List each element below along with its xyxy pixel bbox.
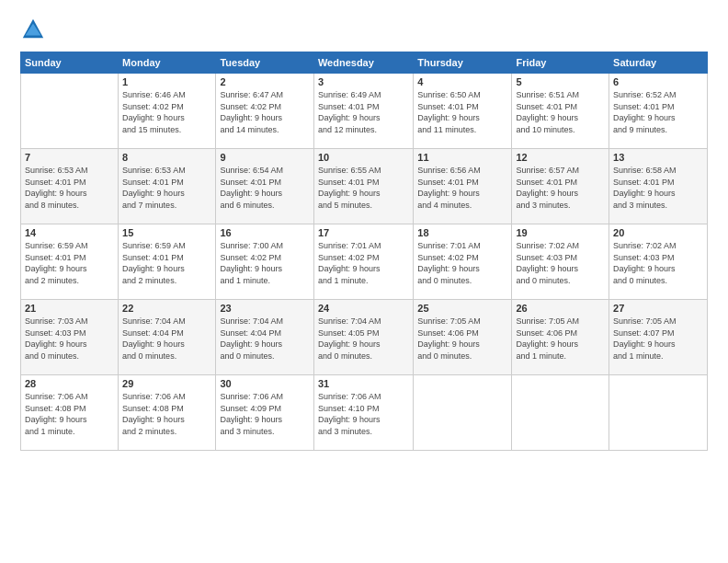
calendar-header-saturday: Saturday — [609, 52, 708, 74]
calendar-cell: 29Sunrise: 7:06 AMSunset: 4:08 PMDayligh… — [119, 375, 216, 451]
day-number: 21 — [25, 303, 114, 314]
day-info: Sunrise: 7:02 AMSunset: 4:03 PMDaylight:… — [613, 240, 703, 286]
day-info: Sunrise: 7:04 AMSunset: 4:04 PMDaylight:… — [122, 316, 211, 362]
calendar-cell: 18Sunrise: 7:01 AMSunset: 4:02 PMDayligh… — [414, 224, 512, 300]
day-info: Sunrise: 7:04 AMSunset: 4:04 PMDaylight:… — [220, 316, 310, 362]
day-info: Sunrise: 7:05 AMSunset: 4:06 PMDaylight:… — [417, 316, 507, 362]
day-info: Sunrise: 6:59 AMSunset: 4:01 PMDaylight:… — [25, 240, 114, 286]
day-number: 24 — [318, 303, 409, 314]
day-number: 28 — [25, 378, 114, 389]
day-number: 13 — [613, 152, 703, 163]
calendar-cell: 21Sunrise: 7:03 AMSunset: 4:03 PMDayligh… — [21, 300, 119, 375]
calendar-cell: 15Sunrise: 6:59 AMSunset: 4:01 PMDayligh… — [119, 224, 216, 300]
day-info: Sunrise: 7:02 AMSunset: 4:03 PMDaylight:… — [516, 240, 605, 286]
day-info: Sunrise: 7:01 AMSunset: 4:02 PMDaylight:… — [318, 240, 409, 286]
day-info: Sunrise: 7:00 AMSunset: 4:02 PMDaylight:… — [220, 240, 310, 286]
calendar-cell: 12Sunrise: 6:57 AMSunset: 4:01 PMDayligh… — [512, 149, 609, 224]
day-info: Sunrise: 6:57 AMSunset: 4:01 PMDaylight:… — [516, 165, 605, 211]
day-number: 16 — [220, 227, 310, 238]
day-number: 9 — [220, 152, 310, 163]
calendar-cell — [609, 375, 708, 451]
calendar-cell: 6Sunrise: 6:52 AMSunset: 4:01 PMDaylight… — [609, 74, 708, 149]
day-number: 8 — [122, 152, 211, 163]
calendar-header-sunday: Sunday — [21, 52, 119, 74]
calendar-week-row: 7Sunrise: 6:53 AMSunset: 4:01 PMDaylight… — [21, 149, 708, 224]
day-info: Sunrise: 6:50 AMSunset: 4:01 PMDaylight:… — [417, 89, 507, 135]
header — [20, 17, 708, 42]
page: SundayMondayTuesdayWednesdayThursdayFrid… — [0, 0, 728, 563]
day-number: 5 — [516, 76, 605, 87]
day-number: 6 — [613, 76, 703, 87]
day-info: Sunrise: 6:46 AMSunset: 4:02 PMDaylight:… — [122, 89, 211, 135]
day-info: Sunrise: 7:06 AMSunset: 4:08 PMDaylight:… — [122, 391, 211, 437]
day-number: 12 — [516, 152, 605, 163]
day-info: Sunrise: 6:49 AMSunset: 4:01 PMDaylight:… — [318, 89, 409, 135]
calendar-cell: 5Sunrise: 6:51 AMSunset: 4:01 PMDaylight… — [512, 74, 609, 149]
day-info: Sunrise: 6:53 AMSunset: 4:01 PMDaylight:… — [122, 165, 211, 211]
day-info: Sunrise: 7:01 AMSunset: 4:02 PMDaylight:… — [417, 240, 507, 286]
calendar-cell: 17Sunrise: 7:01 AMSunset: 4:02 PMDayligh… — [313, 224, 413, 300]
day-info: Sunrise: 6:53 AMSunset: 4:01 PMDaylight:… — [25, 165, 114, 211]
calendar-cell: 30Sunrise: 7:06 AMSunset: 4:09 PMDayligh… — [216, 375, 314, 451]
calendar-cell: 31Sunrise: 7:06 AMSunset: 4:10 PMDayligh… — [313, 375, 413, 451]
calendar: SundayMondayTuesdayWednesdayThursdayFrid… — [20, 52, 708, 451]
day-number: 11 — [417, 152, 507, 163]
day-info: Sunrise: 7:06 AMSunset: 4:09 PMDaylight:… — [220, 391, 310, 437]
day-number: 31 — [318, 378, 409, 389]
calendar-header-wednesday: Wednesday — [313, 52, 413, 74]
day-number: 15 — [122, 227, 211, 238]
calendar-header-row: SundayMondayTuesdayWednesdayThursdayFrid… — [21, 52, 708, 74]
calendar-cell — [21, 74, 119, 149]
calendar-cell: 27Sunrise: 7:05 AMSunset: 4:07 PMDayligh… — [609, 300, 708, 375]
calendar-cell — [414, 375, 512, 451]
day-number: 4 — [417, 76, 507, 87]
day-number: 19 — [516, 227, 605, 238]
calendar-cell — [512, 375, 609, 451]
calendar-cell: 20Sunrise: 7:02 AMSunset: 4:03 PMDayligh… — [609, 224, 708, 300]
day-number: 14 — [25, 227, 114, 238]
calendar-cell: 8Sunrise: 6:53 AMSunset: 4:01 PMDaylight… — [119, 149, 216, 224]
calendar-week-row: 28Sunrise: 7:06 AMSunset: 4:08 PMDayligh… — [21, 375, 708, 451]
calendar-week-row: 1Sunrise: 6:46 AMSunset: 4:02 PMDaylight… — [21, 74, 708, 149]
day-info: Sunrise: 6:56 AMSunset: 4:01 PMDaylight:… — [417, 165, 507, 211]
day-number: 29 — [122, 378, 211, 389]
calendar-cell: 4Sunrise: 6:50 AMSunset: 4:01 PMDaylight… — [414, 74, 512, 149]
day-info: Sunrise: 7:05 AMSunset: 4:07 PMDaylight:… — [613, 316, 703, 362]
day-number: 7 — [25, 152, 114, 163]
day-number: 1 — [122, 76, 211, 87]
calendar-cell: 13Sunrise: 6:58 AMSunset: 4:01 PMDayligh… — [609, 149, 708, 224]
day-info: Sunrise: 7:06 AMSunset: 4:10 PMDaylight:… — [318, 391, 409, 437]
logo-icon — [20, 17, 46, 42]
day-number: 20 — [613, 227, 703, 238]
day-number: 26 — [516, 303, 605, 314]
day-info: Sunrise: 7:06 AMSunset: 4:08 PMDaylight:… — [25, 391, 114, 437]
calendar-cell: 19Sunrise: 7:02 AMSunset: 4:03 PMDayligh… — [512, 224, 609, 300]
calendar-cell: 28Sunrise: 7:06 AMSunset: 4:08 PMDayligh… — [21, 375, 119, 451]
day-number: 27 — [613, 303, 703, 314]
calendar-header-thursday: Thursday — [414, 52, 512, 74]
day-number: 10 — [318, 152, 409, 163]
calendar-cell: 3Sunrise: 6:49 AMSunset: 4:01 PMDaylight… — [313, 74, 413, 149]
day-number: 2 — [220, 76, 310, 87]
calendar-cell: 16Sunrise: 7:00 AMSunset: 4:02 PMDayligh… — [216, 224, 314, 300]
calendar-cell: 1Sunrise: 6:46 AMSunset: 4:02 PMDaylight… — [119, 74, 216, 149]
calendar-cell: 9Sunrise: 6:54 AMSunset: 4:01 PMDaylight… — [216, 149, 314, 224]
calendar-week-row: 14Sunrise: 6:59 AMSunset: 4:01 PMDayligh… — [21, 224, 708, 300]
day-info: Sunrise: 6:58 AMSunset: 4:01 PMDaylight:… — [613, 165, 703, 211]
day-number: 23 — [220, 303, 310, 314]
day-number: 3 — [318, 76, 409, 87]
day-info: Sunrise: 7:04 AMSunset: 4:05 PMDaylight:… — [318, 316, 409, 362]
day-info: Sunrise: 6:52 AMSunset: 4:01 PMDaylight:… — [613, 89, 703, 135]
calendar-cell: 24Sunrise: 7:04 AMSunset: 4:05 PMDayligh… — [313, 300, 413, 375]
day-info: Sunrise: 6:47 AMSunset: 4:02 PMDaylight:… — [220, 89, 310, 135]
day-info: Sunrise: 6:59 AMSunset: 4:01 PMDaylight:… — [122, 240, 211, 286]
day-number: 22 — [122, 303, 211, 314]
day-info: Sunrise: 7:03 AMSunset: 4:03 PMDaylight:… — [25, 316, 114, 362]
calendar-cell: 10Sunrise: 6:55 AMSunset: 4:01 PMDayligh… — [313, 149, 413, 224]
calendar-cell: 2Sunrise: 6:47 AMSunset: 4:02 PMDaylight… — [216, 74, 314, 149]
day-number: 17 — [318, 227, 409, 238]
calendar-week-row: 21Sunrise: 7:03 AMSunset: 4:03 PMDayligh… — [21, 300, 708, 375]
day-info: Sunrise: 6:51 AMSunset: 4:01 PMDaylight:… — [516, 89, 605, 135]
day-number: 25 — [417, 303, 507, 314]
day-info: Sunrise: 6:55 AMSunset: 4:01 PMDaylight:… — [318, 165, 409, 211]
